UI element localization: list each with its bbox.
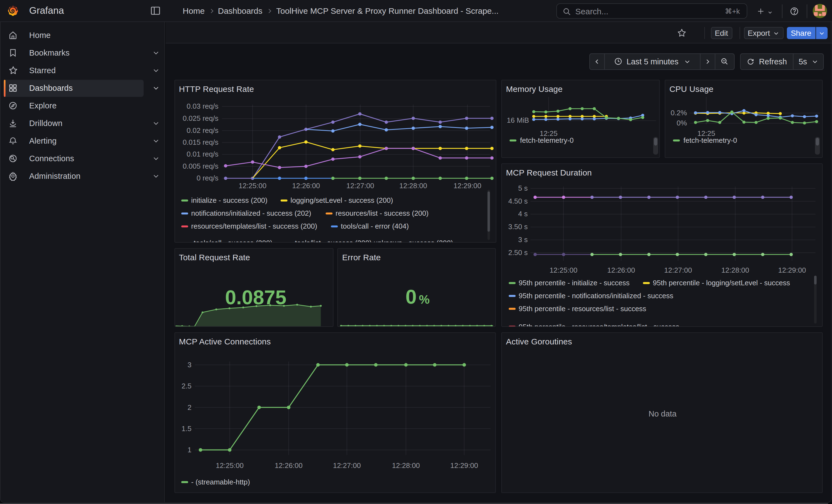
svg-text:12:28:00: 12:28:00 — [721, 266, 749, 274]
svg-text:95th percentile - initialize -: 95th percentile - initialize - success — [519, 279, 629, 287]
svg-text:3: 3 — [187, 361, 191, 369]
svg-text:0.025 req/s: 0.025 req/s — [182, 114, 218, 123]
svg-text:0.015 req/s: 0.015 req/s — [182, 138, 218, 147]
svg-text:12:27:00: 12:27:00 — [664, 266, 692, 274]
svg-text:3.50 s: 3.50 s — [508, 223, 528, 231]
svg-text:95th percentile - logging/setL: 95th percentile - logging/setLevel - suc… — [653, 279, 790, 287]
svg-text:- (streamable-http): - (streamable-http) — [191, 478, 250, 486]
svg-text:0.0875: 0.0875 — [225, 286, 286, 309]
svg-text:initialize - success (200): initialize - success (200) — [191, 196, 267, 205]
svg-text:95th percentile - notification: 95th percentile - notifications/initiali… — [519, 292, 673, 300]
svg-text:0 req/s: 0 req/s — [197, 174, 218, 182]
svg-text:95th percentile - resources/te: 95th percentile - resources/templates/li… — [519, 323, 679, 326]
svg-text:12:26:00: 12:26:00 — [275, 461, 302, 470]
svg-text:12:27:00: 12:27:00 — [333, 461, 360, 470]
svg-text:4.50 s: 4.50 s — [508, 197, 528, 205]
svg-text:95th percentile - resources/li: 95th percentile - resources/list - succe… — [519, 304, 646, 313]
svg-text:2.5: 2.5 — [181, 382, 191, 390]
svg-text:2.50 s: 2.50 s — [508, 248, 528, 257]
svg-text:0.2%: 0.2% — [671, 109, 687, 117]
svg-text:resources/list - success (200): resources/list - success (200) — [335, 209, 428, 217]
svg-text:tools/call - error (404): tools/call - error (404) — [341, 222, 409, 230]
svg-text:0%: 0% — [677, 119, 687, 127]
svg-text:fetch-telemetry-0: fetch-telemetry-0 — [683, 136, 737, 144]
svg-text:notifications/initialized - su: notifications/initialized - success (202… — [191, 209, 311, 217]
svg-text:12:29:00: 12:29:00 — [453, 182, 481, 190]
svg-text:4 s: 4 s — [518, 210, 528, 218]
svg-text:12:29:00: 12:29:00 — [778, 266, 806, 274]
svg-text:3 s: 3 s — [518, 236, 528, 244]
svg-text:0.005 req/s: 0.005 req/s — [182, 162, 218, 170]
svg-text:%: % — [419, 293, 430, 306]
svg-text:0.01 req/s: 0.01 req/s — [186, 150, 218, 158]
svg-text:12:29:00: 12:29:00 — [450, 461, 478, 470]
svg-text:logging/setLevel - success (20: logging/setLevel - success (200) — [290, 196, 393, 205]
svg-text:1.5: 1.5 — [181, 424, 191, 433]
svg-text:unknown - success (200): unknown - success (200) — [373, 239, 453, 242]
svg-text:12:25:00: 12:25:00 — [549, 266, 577, 274]
svg-text:5 s: 5 s — [518, 184, 528, 192]
svg-text:resources/templates/list - suc: resources/templates/list - success (200) — [191, 222, 317, 230]
svg-text:fetch-telemetry-0: fetch-telemetry-0 — [520, 136, 574, 144]
svg-text:0.02 req/s: 0.02 req/s — [186, 126, 218, 135]
svg-text:tools/list - success (200): tools/list - success (200) — [295, 239, 371, 242]
svg-text:12:28:00: 12:28:00 — [399, 182, 427, 190]
svg-text:0.03 req/s: 0.03 req/s — [186, 102, 218, 110]
svg-text:12:25:00: 12:25:00 — [238, 182, 266, 190]
svg-text:12:25:00: 12:25:00 — [215, 461, 243, 470]
svg-text:12:27:00: 12:27:00 — [346, 182, 374, 190]
svg-text:1: 1 — [187, 446, 191, 454]
svg-text:12:26:00: 12:26:00 — [292, 182, 320, 190]
svg-text:2: 2 — [187, 403, 191, 412]
svg-text:tools/call - success (200): tools/call - success (200) — [193, 239, 272, 242]
svg-text:12:26:00: 12:26:00 — [607, 266, 635, 274]
svg-text:16 MiB: 16 MiB — [507, 116, 529, 124]
svg-text:0: 0 — [406, 286, 417, 308]
svg-text:12:28:00: 12:28:00 — [392, 461, 420, 470]
